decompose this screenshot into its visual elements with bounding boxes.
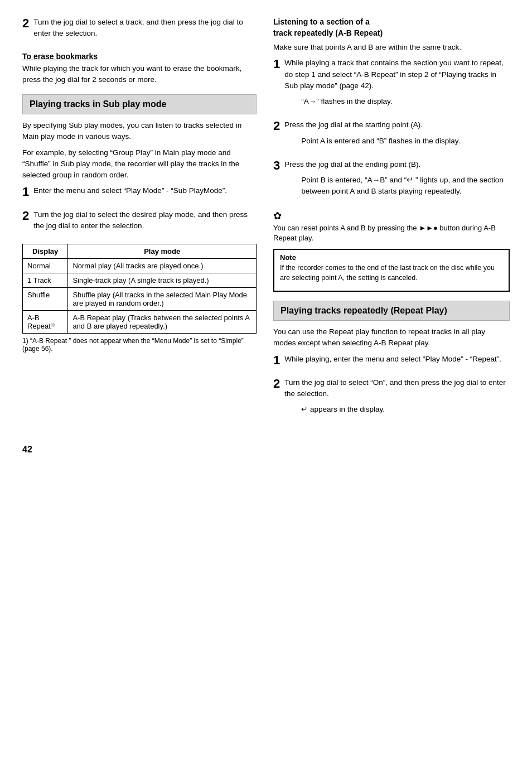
step-num-2: 2 — [22, 209, 29, 223]
sub-play-step1: 1 Enter the menu and select “Play Mode” … — [22, 185, 257, 201]
ab-repeat-heading: Listening to a section of a track repeat… — [273, 17, 510, 38]
erase-bookmarks-section: To erase bookmarks While playing the tra… — [22, 52, 257, 86]
table-cell-mode: Normal play (All tracks are played once.… — [68, 259, 257, 273]
step-2-intro-text: Turn the jog dial to select a track, and… — [33, 17, 257, 44]
ab-repeat-intro: Make sure that points A and B are within… — [273, 42, 510, 53]
ab-step3-content: Press the jog dial at the ending point (… — [284, 159, 510, 202]
ab-step2-content: Press the jog dial at the starting point… — [284, 119, 510, 151]
repeat-desc: You can use the Repeat play function to … — [273, 326, 510, 349]
table-cell-mode: A-B Repeat play (Tracks between the sele… — [68, 311, 257, 334]
left-column: 2 Turn the jog dial to select a track, a… — [22, 17, 257, 428]
note-box: Note If the recorder comes to the end of… — [273, 249, 510, 292]
ab-repeat-heading-block: Listening to a section of a track repeat… — [273, 17, 510, 53]
table-cell-display: Normal — [23, 259, 68, 273]
sub-play-step2: 2 Turn the jog dial to select the desire… — [22, 209, 257, 237]
sub-play-step2-text: Turn the jog dial to select the desired … — [33, 209, 257, 237]
repeat-play-title: Playing tracks repeatedly (Repeat Play) — [280, 306, 447, 315]
ab-step2-num: 2 — [273, 119, 280, 133]
table-cell-display: 1 Track — [23, 273, 68, 288]
repeat-step2-content: Turn the jog dial to select “On”, and th… — [284, 377, 510, 420]
repeat-step1-num: 1 — [273, 354, 280, 367]
note-text: If the recorder comes to the end of the … — [280, 263, 503, 283]
ab-step2: 2 Press the jog dial at the starting poi… — [273, 119, 510, 151]
tip-icon: ✿ — [273, 210, 510, 222]
table-row: NormalNormal play (All tracks are played… — [23, 259, 257, 273]
step-2-intro: 2 Turn the jog dial to select a track, a… — [22, 17, 257, 44]
repeat-step1-content: While playing, enter the menu and select… — [284, 354, 510, 369]
ab-step1-num: 1 — [273, 57, 280, 71]
table-row: A-B Repeat¹⁾A-B Repeat play (Tracks betw… — [23, 311, 257, 334]
sub-play-title: Playing tracks in Sub play mode — [30, 99, 166, 109]
footnote: 1) “A-B Repeat ” does not appear when th… — [22, 337, 257, 353]
repeat-play-box: Playing tracks repeatedly (Repeat Play) — [273, 301, 510, 321]
tip-text: You can reset points A and B by pressing… — [273, 223, 510, 243]
page-number: 42 — [22, 445, 510, 455]
note-label: Note — [280, 253, 503, 262]
sub-play-desc2: For example, by selecting “Group Play” i… — [22, 147, 257, 181]
tip-block: ✿ You can reset points A and B by pressi… — [273, 210, 510, 243]
ab-step3: 3 Press the jog dial at the ending point… — [273, 159, 510, 202]
col-header-mode: Play mode — [68, 244, 257, 259]
sub-play-box: Playing tracks in Sub play mode — [22, 94, 257, 114]
repeat-step2-num: 2 — [273, 377, 280, 390]
table-cell-mode: Shuffle play (All tracks in the selected… — [68, 288, 257, 311]
sub-play-step1-text: Enter the menu and select “Play Mode” - … — [33, 185, 257, 201]
repeat-step1: 1 While playing, enter the menu and sele… — [273, 354, 510, 369]
play-mode-table: Display Play mode NormalNormal play (All… — [22, 244, 257, 334]
erase-bookmarks-heading: To erase bookmarks — [22, 52, 257, 61]
ab-step3-num: 3 — [273, 159, 280, 172]
erase-bookmarks-text: While playing the track for which you wa… — [22, 63, 257, 86]
table-header-row: Display Play mode — [23, 244, 257, 259]
table-cell-display: Shuffle — [23, 288, 68, 311]
step-num-2-intro: 2 — [22, 17, 29, 30]
page-layout: 2 Turn the jog dial to select a track, a… — [22, 17, 510, 428]
table-cell-mode: Single-track play (A single track is pla… — [68, 273, 257, 288]
step-num-1: 1 — [22, 185, 29, 199]
right-column: Listening to a section of a track repeat… — [273, 17, 510, 428]
table-row: 1 TrackSingle-track play (A single track… — [23, 273, 257, 288]
ab-step1-content: While playing a track that contains the … — [284, 57, 510, 112]
repeat-step2: 2 Turn the jog dial to select “On”, and … — [273, 377, 510, 420]
table-cell-display: A-B Repeat¹⁾ — [23, 311, 68, 334]
col-header-display: Display — [23, 244, 68, 259]
table-row: ShuffleShuffle play (All tracks in the s… — [23, 288, 257, 311]
sub-play-desc1: By specifying Sub play modes, you can li… — [22, 120, 257, 143]
ab-step1: 1 While playing a track that contains th… — [273, 57, 510, 112]
